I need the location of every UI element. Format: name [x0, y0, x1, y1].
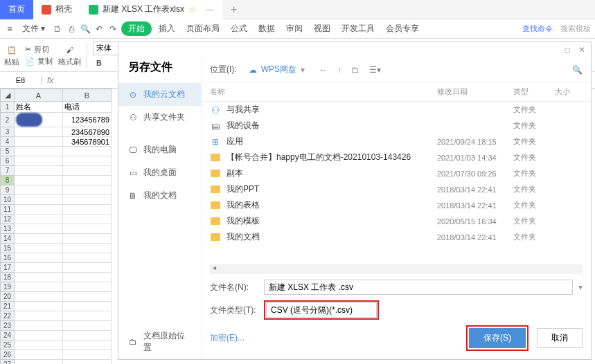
filetype-select[interactable] — [266, 302, 377, 318]
menu-devtools[interactable]: 开发工具 — [337, 21, 379, 36]
nav-cloud[interactable]: ⊙我的云文档 — [118, 83, 201, 106]
menu-review[interactable]: 审阅 — [282, 21, 307, 36]
file-row[interactable]: 我的模板2020/05/15 16:34文件夹 — [202, 213, 591, 229]
row-10[interactable]: 10 — [1, 195, 15, 205]
row-7[interactable]: 7 — [1, 166, 15, 176]
back-icon[interactable]: ← — [319, 65, 328, 75]
menu-insert[interactable]: 插入 — [154, 21, 179, 36]
file-row[interactable]: 我的PPT2018/03/14 22:41文件夹 — [202, 181, 591, 197]
encrypt-link[interactable]: 加密(E)... — [210, 332, 245, 344]
row-27[interactable]: 27 — [1, 360, 15, 365]
row-12[interactable]: 12 — [1, 215, 15, 224]
menu-view[interactable]: 视图 — [310, 21, 335, 36]
row-25[interactable]: 25 — [1, 340, 15, 350]
row-23[interactable]: 23 — [1, 321, 15, 331]
location-select[interactable]: ☁ WPS网盘 ▾ — [244, 62, 310, 78]
file-row[interactable]: 【帐号合并】happy电工的文档-20210103-1434262021/01/… — [202, 149, 591, 165]
search-icon[interactable]: 🔍 — [572, 65, 583, 75]
select-all-corner[interactable]: ◢ — [1, 89, 15, 102]
newfolder-icon[interactable]: 🗀 — [351, 65, 359, 75]
row-13[interactable]: 13 — [1, 224, 15, 234]
cell[interactable] — [15, 127, 63, 137]
close-icon[interactable]: ✕ — [578, 45, 585, 55]
search-cmd[interactable]: 查找命令. — [522, 24, 555, 34]
undo-icon[interactable]: ↶ — [94, 24, 105, 35]
file-row[interactable]: ⚇与我共享文件夹 — [202, 102, 591, 118]
col-type[interactable]: 类型 — [513, 87, 555, 97]
row-26[interactable]: 26 — [1, 350, 15, 360]
menu-data[interactable]: 数据 — [254, 21, 279, 36]
hscrollbar[interactable] — [210, 264, 583, 274]
menu-start[interactable]: 开始 — [121, 21, 152, 36]
file-row[interactable]: 我的文档2018/03/14 22:41文件夹 — [202, 229, 591, 245]
row-19[interactable]: 19 — [1, 282, 15, 292]
nav-desktop[interactable]: ▭我的桌面 — [118, 161, 201, 184]
cut-button[interactable]: ✂剪切 — [25, 44, 53, 55]
menu-layout[interactable]: 页面布局 — [182, 21, 224, 36]
cell[interactable] — [15, 137, 63, 147]
save-button[interactable]: 保存(S) — [469, 328, 526, 348]
row-11[interactable]: 11 — [1, 205, 15, 215]
row-21[interactable]: 21 — [1, 302, 15, 311]
name-box[interactable]: E8 — [0, 76, 42, 84]
tab-active[interactable]: 新建 XLSX 工作表xlsx ☆ — — [80, 0, 222, 19]
row-15[interactable]: 15 — [1, 244, 15, 253]
row-2[interactable]: 2 — [1, 113, 15, 127]
menu-member[interactable]: 会员专享 — [382, 21, 423, 36]
cell[interactable]: 姓名 — [15, 102, 63, 113]
cell[interactable]: 234567890 — [63, 127, 112, 137]
cell[interactable]: 345678901 — [63, 137, 112, 147]
cell[interactable]: 123456789 — [63, 113, 112, 127]
row-22[interactable]: 22 — [1, 311, 15, 321]
nav-documents[interactable]: 🗎我的文档 — [118, 184, 201, 207]
nav-shared[interactable]: ⚇共享文件夹 — [118, 106, 201, 129]
tab-new[interactable]: + — [222, 0, 245, 19]
row-9[interactable]: 9 — [1, 185, 15, 195]
row-6[interactable]: 6 — [1, 156, 15, 166]
fx-icon[interactable]: fx — [42, 75, 59, 85]
bold-button[interactable]: B — [93, 57, 105, 69]
file-row[interactable]: ⊞应用2021/09/24 18:15文件夹 — [202, 134, 591, 149]
col-name[interactable]: 名称 — [210, 87, 437, 97]
tab-home[interactable]: 首页 — [0, 0, 33, 19]
row-16[interactable]: 16 — [1, 253, 15, 263]
copy-button[interactable]: 📄复制 — [25, 56, 53, 66]
redo-icon[interactable]: ↷ — [107, 24, 118, 35]
search-tpl[interactable]: 搜索模板 — [560, 24, 591, 34]
file-row[interactable]: 副本2021/07/30 09:26文件夹 — [202, 165, 591, 181]
tab-red[interactable]: 稻壳 — [33, 0, 80, 19]
up-icon[interactable]: ↑ — [337, 65, 341, 75]
row-18[interactable]: 18 — [1, 273, 15, 282]
print-icon[interactable]: ⎙ — [66, 24, 77, 35]
cell[interactable] — [15, 113, 63, 127]
row-17[interactable]: 17 — [1, 263, 15, 273]
col-date[interactable]: 修改日期 — [437, 87, 513, 97]
star-icon[interactable]: ☆ — [188, 5, 196, 15]
preview-icon[interactable]: 🔍 — [80, 24, 91, 35]
view-icon[interactable]: ☰▾ — [369, 65, 381, 75]
menu-formula[interactable]: 公式 — [227, 21, 251, 36]
filename-input[interactable] — [264, 280, 573, 295]
save-icon[interactable]: 🗋 — [52, 24, 63, 35]
col-a[interactable]: A — [15, 89, 63, 102]
paste-button[interactable]: 📋 粘贴 — [4, 43, 19, 67]
cell[interactable]: 电话 — [63, 102, 112, 113]
row-4[interactable]: 4 — [1, 137, 15, 147]
cancel-button[interactable]: 取消 — [537, 328, 583, 348]
minimize-icon[interactable]: □ — [565, 45, 570, 55]
row-14[interactable]: 14 — [1, 234, 15, 244]
col-b[interactable]: B — [63, 89, 112, 102]
format-painter[interactable]: 🖌 格式刷 — [58, 43, 81, 67]
file-row[interactable]: 我的表格2018/03/14 22:41文件夹 — [202, 197, 591, 213]
file-row[interactable]: 🖴我的设备文件夹 — [202, 118, 591, 134]
close-icon[interactable]: — — [206, 5, 214, 15]
row-20[interactable]: 20 — [1, 292, 15, 302]
row-1[interactable]: 1 — [1, 102, 15, 113]
row-5[interactable]: 5 — [1, 147, 15, 156]
menu-file[interactable]: 文件 ▾ — [18, 21, 49, 36]
file-list[interactable]: ⚇与我共享文件夹🖴我的设备文件夹⊞应用2021/09/24 18:15文件夹【帐… — [202, 102, 591, 262]
menu-icon[interactable]: ≡ — [4, 24, 15, 35]
col-size[interactable]: 大小 — [555, 87, 583, 97]
nav-original-loc[interactable]: 🗀文档原始位置 — [118, 325, 201, 359]
row-24[interactable]: 24 — [1, 331, 15, 340]
